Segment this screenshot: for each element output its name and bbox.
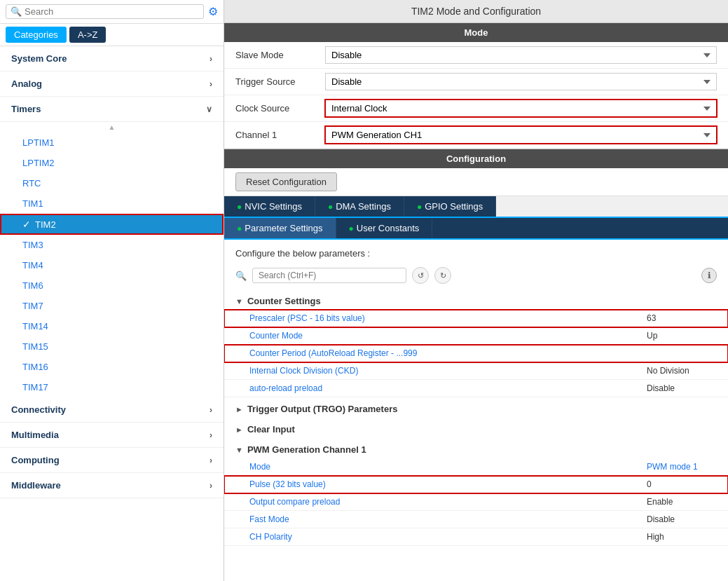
search-input[interactable]	[25, 6, 199, 17]
sidebar: 🔍 ⚙ Categories A->Z System Core › Analog…	[0, 0, 224, 581]
clear-input-header[interactable]: ► Clear Input	[224, 421, 728, 438]
tim3-label: TIM3	[22, 240, 43, 250]
sidebar-content: System Core › Analog › Timers ∨ ▲ LPTIM1…	[0, 46, 224, 581]
sidebar-item-tim4[interactable]: TIM4	[0, 255, 224, 275]
tab-dma-settings[interactable]: ● DMA Settings	[315, 196, 404, 217]
sidebar-item-tim15[interactable]: TIM15	[0, 336, 224, 357]
timers-label: Timers	[11, 104, 41, 114]
main-content: TIM2 Mode and Configuration Mode Slave M…	[224, 0, 728, 581]
info-button[interactable]: ℹ	[701, 268, 717, 283]
ch-polarity-row[interactable]: CH Polarity High	[224, 528, 728, 546]
sidebar-item-tim1[interactable]: TIM1	[0, 193, 224, 214]
tab-categories[interactable]: Categories	[6, 27, 67, 43]
tim4-label: TIM4	[22, 260, 43, 271]
param-search-input[interactable]	[259, 271, 400, 280]
chevron-down-icon: ∨	[206, 104, 212, 114]
nav-prev-button[interactable]: ↺	[412, 267, 429, 284]
tab-atoz[interactable]: A->Z	[69, 27, 107, 43]
autoreload-value: Disable	[647, 383, 717, 393]
sidebar-item-tim16[interactable]: TIM16	[0, 357, 224, 377]
pulse-value: 0	[647, 479, 717, 489]
pwm-mode-value: PWM mode 1	[647, 462, 717, 472]
output-compare-row[interactable]: Output compare preload Enable	[224, 493, 728, 511]
slave-mode-select[interactable]: Disable	[325, 46, 717, 64]
sidebar-search-row: 🔍 ⚙	[0, 0, 224, 24]
sidebar-item-lptim1[interactable]: LPTIM1	[0, 132, 224, 153]
main-title: TIM2 Mode and Configuration	[224, 0, 728, 23]
fast-mode-value: Disable	[647, 514, 717, 524]
sidebar-item-tim17[interactable]: TIM17	[0, 377, 224, 397]
tim17-label: TIM17	[22, 382, 48, 392]
sidebar-item-timers[interactable]: Timers ∨	[0, 97, 224, 122]
param-search-row: 🔍 ↺ ↻ ℹ	[224, 264, 728, 287]
counter-settings-header[interactable]: ▼ Counter Settings	[224, 292, 728, 310]
prescaler-row[interactable]: Prescaler (PSC - 16 bits value) 63	[224, 310, 728, 327]
configure-label: Configure the below parameters :	[224, 245, 728, 264]
tab-user-constants[interactable]: ● User Constants	[336, 218, 433, 238]
rtc-label: RTC	[22, 178, 41, 189]
gpio-check-icon: ●	[417, 202, 422, 212]
trigger-output-header[interactable]: ► Trigger Output (TRGO) Parameters	[224, 400, 728, 418]
clock-source-select[interactable]: Internal Clock	[325, 100, 717, 117]
pulse-row[interactable]: Pulse (32 bits value) 0	[224, 476, 728, 493]
tab-gpio-settings[interactable]: ● GPIO Settings	[404, 196, 496, 217]
sidebar-item-system-core[interactable]: System Core ›	[0, 46, 224, 71]
prescaler-value: 63	[647, 313, 717, 323]
sidebar-item-multimedia[interactable]: Multimedia ›	[0, 423, 224, 448]
analog-label: Analog	[11, 78, 42, 89]
counter-mode-row[interactable]: Counter Mode Up	[224, 327, 728, 345]
nav-next-button[interactable]: ↻	[434, 267, 451, 284]
tab-nvic-settings[interactable]: ● NVIC Settings	[224, 196, 315, 217]
sidebar-item-rtc[interactable]: RTC	[0, 173, 224, 193]
search-input-wrapper[interactable]: 🔍	[6, 4, 204, 19]
expand-arrow-icon: ▼	[235, 297, 243, 306]
clear-input-label: Clear Input	[247, 424, 295, 435]
fast-mode-row[interactable]: Fast Mode Disable	[224, 511, 728, 528]
counter-mode-value: Up	[647, 331, 717, 341]
sidebar-item-tim6[interactable]: TIM6	[0, 275, 224, 296]
pwm-mode-row[interactable]: Mode PWM mode 1	[224, 458, 728, 476]
computing-label: Computing	[11, 455, 60, 465]
trigger-source-select[interactable]: Disable	[325, 73, 717, 90]
clock-source-label: Clock Source	[235, 103, 320, 114]
param-search-icon: 🔍	[235, 271, 247, 281]
channel1-select[interactable]: PWM Generation CH1	[325, 126, 717, 144]
chevron-right-icon: ›	[210, 54, 212, 64]
clock-division-row[interactable]: Internal Clock Division (CKD) No Divisio…	[224, 362, 728, 380]
connectivity-label: Connectivity	[11, 404, 66, 415]
tab-parameter-settings[interactable]: ● Parameter Settings	[224, 218, 336, 238]
tim6-label: TIM6	[22, 280, 43, 291]
clock-source-row: Clock Source Internal Clock	[224, 95, 728, 122]
pulse-name: Pulse (32 bits value)	[249, 479, 641, 489]
sidebar-item-tim7[interactable]: TIM7	[0, 296, 224, 316]
scroll-up-arrow[interactable]: ▲	[0, 122, 224, 132]
sidebar-item-connectivity[interactable]: Connectivity ›	[0, 397, 224, 423]
sidebar-item-analog[interactable]: Analog ›	[0, 71, 224, 97]
tim2-label: TIM2	[35, 219, 56, 230]
ch-polarity-value: High	[647, 532, 717, 542]
gear-icon[interactable]: ⚙	[208, 5, 218, 18]
autoreload-row[interactable]: auto-reload preload Disable	[224, 380, 728, 397]
sidebar-item-tim2[interactable]: ✓ TIM2	[0, 214, 224, 235]
clock-division-value: No Division	[647, 366, 717, 376]
reset-configuration-button[interactable]: Reset Configuration	[235, 172, 337, 191]
timers-sub-list: ▲ LPTIM1 LPTIM2 RTC TIM1 ✓ TIM2 TIM3 T	[0, 122, 224, 397]
counter-period-name: Counter Period (AutoReload Register - ..…	[249, 348, 641, 358]
config-section: Configuration Reset Configuration ● NVIC…	[224, 149, 728, 581]
pwm-gen-header[interactable]: ▼ PWM Generation Channel 1	[224, 441, 728, 458]
clear-input-group: ► Clear Input	[224, 421, 728, 438]
tim15-label: TIM15	[22, 341, 48, 352]
slave-mode-row: Slave Mode Disable	[224, 42, 728, 69]
sidebar-item-tim14[interactable]: TIM14	[0, 316, 224, 336]
user-tab-label: User Constants	[357, 223, 420, 233]
lptim1-label: LPTIM1	[22, 137, 55, 148]
sidebar-item-computing[interactable]: Computing ›	[0, 448, 224, 473]
sidebar-item-lptim2[interactable]: LPTIM2	[0, 153, 224, 173]
sidebar-item-tim3[interactable]: TIM3	[0, 235, 224, 255]
counter-period-row[interactable]: Counter Period (AutoReload Register - ..…	[224, 345, 728, 362]
sidebar-item-middleware[interactable]: Middleware ›	[0, 473, 224, 498]
config-tabs-row1: ● NVIC Settings ● DMA Settings ● GPIO Se…	[224, 196, 728, 218]
trigger-output-label: Trigger Output (TRGO) Parameters	[247, 404, 398, 414]
pwm-mode-name: Mode	[249, 462, 641, 472]
param-search-wrapper[interactable]	[252, 268, 406, 283]
